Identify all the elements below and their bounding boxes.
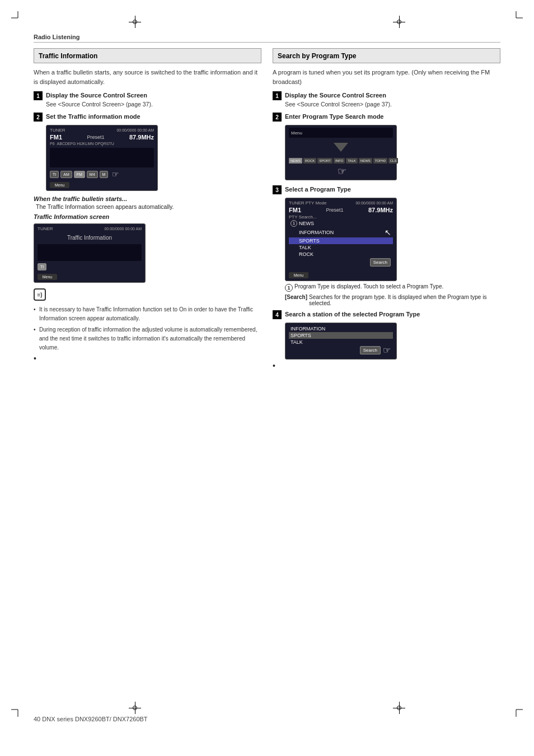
pty-search-button[interactable]: Search	[370, 258, 391, 267]
pty-item-4[interactable]: TALK	[289, 244, 393, 251]
pty-item-5[interactable]: ROCK	[289, 251, 393, 258]
search-item-1-label: INFORMATION	[291, 326, 325, 332]
corner-mark-bl	[11, 703, 25, 717]
page-footer: 40 DNX series DNX9260BT/ DNX7260BT	[34, 716, 148, 722]
pty-freq: 87.9MHz	[368, 207, 393, 213]
am-button[interactable]: AM	[60, 171, 72, 178]
pty-enter-top: Menu	[289, 128, 393, 138]
search-list: INFORMATION SPORTS TALK Search ☞	[289, 325, 393, 357]
right-step4-content: Search a station of the selected Program…	[285, 310, 420, 319]
right-step2-content: Enter Program Type Search mode	[285, 112, 383, 122]
fm-button[interactable]: FM	[74, 171, 85, 178]
pty-item-3[interactable]: SPORTS	[289, 237, 393, 244]
search-btn-container: Search ☞	[360, 345, 391, 356]
menu-label-right: Menu	[291, 130, 302, 136]
tuner-display-area	[50, 148, 154, 167]
tab-info[interactable]: INFO	[334, 158, 345, 164]
tuner-screen-1: TUNER 00:00/0000 00:00 AM FM1 Preset1 87…	[46, 125, 158, 191]
tuner2-buttons: TI	[38, 263, 142, 270]
pty-item-1[interactable]: 1 NEWS	[289, 220, 393, 227]
section-label: Radio Listening	[34, 34, 500, 43]
pty-select-screen-container: TUNER PTY Mode 00:00/0000 00:00 AM FM1 P…	[285, 198, 500, 281]
corner-mark-tl	[11, 11, 25, 25]
pty-enter-touch: ☞	[289, 165, 393, 178]
tuner-p6: P6	[50, 142, 55, 146]
tab-rock[interactable]: ROCK	[303, 158, 316, 164]
pty-list: 1 NEWS INFORMATION ↖ SPORTS	[289, 220, 393, 269]
bullet-dot: •	[34, 354, 36, 363]
traffic-info-title: Traffic Information	[39, 52, 97, 60]
crop-mark-bottom-center	[129, 702, 141, 714]
pty-item-1-label: NEWS	[299, 221, 314, 226]
step2-num: 2	[34, 113, 43, 122]
pty-top-row: TUNER PTY Mode 00:00/0000 00:00 AM	[289, 200, 393, 206]
tuner2-time: 00:00/0000 00:00 AM	[104, 227, 142, 231]
tab-sport[interactable]: SPORT	[317, 158, 332, 164]
touch-icon-pty: ☞	[338, 166, 346, 177]
tab-cls[interactable]: CLS	[388, 158, 399, 164]
search-button[interactable]: Search	[360, 346, 381, 354]
pty-tab-bar: NEWS ROCK SPORT INFO TALK NEWS TOP40 CLS	[289, 158, 393, 164]
pty-enter-screen-container: Menu NEWS ROCK SPORT INFO TALK	[285, 125, 500, 180]
bulletin-text: The Traffic Information screen appears a…	[36, 203, 261, 210]
pty-item-2[interactable]: INFORMATION ↖	[289, 227, 393, 237]
pty-item-1-num: 1	[291, 220, 297, 227]
pty-item-3-label: SPORTS	[299, 238, 320, 244]
search-item-3-label: TALK	[291, 339, 303, 345]
pty-arrow-container	[289, 139, 393, 156]
step1-num: 1	[34, 91, 43, 100]
bulletin-title: When the traffic bulletin starts...	[34, 195, 261, 202]
tuner-top-row: TUNER 00:00/0000 00:00 AM	[50, 128, 154, 133]
traffic-info-intro: When a traffic bulletin starts, any sour…	[34, 68, 261, 86]
ti-button[interactable]: TI	[50, 171, 59, 178]
pty-preset: Preset1	[326, 207, 343, 213]
search-touch-icon: ☞	[383, 345, 391, 356]
pty-menu-container: Menu	[289, 270, 393, 278]
step2-row: 2 Set the Traffic information mode	[34, 112, 261, 122]
pty-menu-bar[interactable]: Menu	[289, 272, 308, 278]
notes-section: ≡) It is necessary to have Traffic Infor…	[34, 288, 261, 363]
pty-mode-label: TUNER PTY Mode	[289, 200, 326, 206]
page-content: Radio Listening Traffic Information When…	[34, 34, 500, 370]
search-item-2-label: SPORTS	[291, 333, 311, 338]
tuner2-menu-container: Menu	[38, 272, 142, 280]
tuner2-menu-bar[interactable]: Menu	[38, 274, 57, 280]
right-step1-title: Display the Source Control Screen	[285, 91, 392, 100]
search-by-program-type-section: Search by Program Type A program is tune…	[273, 48, 500, 370]
tab-talk[interactable]: TALK	[346, 158, 358, 164]
right-step1-num: 1	[273, 91, 282, 100]
pty-item-5-label: ROCK	[299, 251, 313, 257]
tuner-text-row: P6 ABCDEFG HIJKLMN OPQRSTU	[50, 142, 154, 146]
search-program-title: Search by Program Type	[278, 52, 357, 60]
tab-news2[interactable]: NEWS	[359, 158, 372, 164]
search-results-screen: INFORMATION SPORTS TALK Search ☞	[285, 323, 397, 360]
two-column-layout: Traffic Information When a traffic bulle…	[34, 48, 500, 370]
pty-search-label: PTY Search...	[289, 214, 393, 220]
right-step3-title: Select a Program Type	[285, 185, 351, 194]
corner-mark-br	[509, 703, 523, 717]
step1-row: 1 Display the Source Control Screen See …	[34, 91, 261, 109]
tuner2-label: TUNER	[38, 226, 53, 231]
tuner2-ti-button[interactable]: TI	[38, 263, 46, 270]
step1-sub: See <Source Control Screen> (page 37).	[46, 100, 153, 109]
bulletin-note: When the traffic bulletin starts... The …	[34, 195, 261, 210]
search-program-intro: A program is tuned when you set its prog…	[273, 68, 500, 86]
step3-note1-row: 1 Program Type is displayed. Touch to se…	[285, 283, 500, 292]
tuner-menu-bar[interactable]: Menu	[50, 182, 69, 188]
right-bullet-dot: •	[273, 361, 275, 370]
tab-top40[interactable]: TOP40	[373, 158, 387, 164]
crop-mark-top-center	[129, 16, 141, 28]
down-arrow-icon	[332, 142, 349, 153]
pty-item-4-label: TALK	[299, 245, 311, 250]
tuner-fm: FM1	[50, 134, 62, 141]
search-screen-container: INFORMATION SPORTS TALK Search ☞	[285, 323, 500, 360]
right-step4-num: 4	[273, 310, 282, 319]
tuner-screen-2: TUNER 00:00/0000 00:00 AM Traffic Inform…	[34, 223, 146, 283]
m1-button[interactable]: M4	[87, 171, 98, 178]
search-item-1[interactable]: INFORMATION	[289, 325, 393, 332]
m2-button[interactable]: M	[100, 171, 109, 178]
tuner-freq: 87.9MHz	[129, 134, 154, 141]
tab-news[interactable]: NEWS	[289, 158, 302, 164]
search-item-2[interactable]: SPORTS	[289, 332, 393, 339]
tuner-screen-container: TUNER 00:00/0000 00:00 AM FM1 Preset1 87…	[46, 125, 261, 191]
